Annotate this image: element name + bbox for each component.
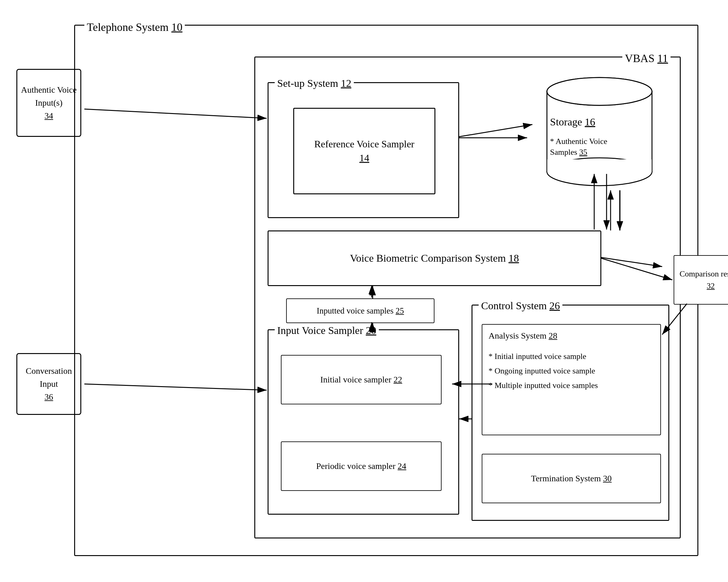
ref-voice-sampler-text: Reference Voice Sampler: [314, 138, 414, 150]
control-system-label: Control System 26: [479, 300, 563, 312]
authentic-voice-input-label: Authentic Voice Input(s) 34: [17, 83, 80, 122]
initial-sampler-box: Initial voice sampler 22: [281, 355, 442, 404]
setup-system-label: Set-up System 12: [275, 78, 354, 89]
vbas-number: 11: [657, 52, 668, 64]
diagram-container: Telephone System 10 VBAS 11 Storage 16: [12, 12, 716, 570]
ref-voice-sampler-label: Reference Voice Sampler 14: [314, 137, 414, 165]
initial-sampler-text: Initial voice sampler: [320, 375, 391, 384]
inputted-voice-samples-text: Inputted voice samples: [317, 306, 394, 315]
authentic-voice-input-box: Authentic Voice Input(s) 34: [17, 69, 81, 137]
vbcs-number: 18: [509, 253, 519, 264]
analysis-system-title: Analysis System 28: [489, 331, 557, 341]
termination-system-text: Termination System: [531, 474, 601, 483]
termination-system-number: 30: [603, 474, 612, 483]
svg-text:* Authentic Voice: * Authentic Voice: [550, 137, 607, 146]
svg-text:Samples 35: Samples 35: [550, 148, 588, 157]
telephone-system-number: 10: [171, 21, 182, 33]
conversation-input-text: Conversation Input: [26, 366, 72, 389]
termination-system-box: Termination System 30: [482, 454, 661, 503]
initial-sampler-number: 22: [394, 375, 402, 384]
svg-text:Storage 16: Storage 16: [550, 116, 595, 128]
initial-sampler-label: Initial voice sampler 22: [320, 375, 402, 385]
analysis-system-content: * Initial inputted voice sample * Ongoin…: [489, 349, 598, 393]
svg-rect-3: [547, 159, 652, 173]
input-voice-sampler-box: Input Voice Sampler 20 Initial voice sam…: [267, 329, 459, 515]
setup-system-text: Set-up System: [277, 78, 338, 89]
vbas-system-box: VBAS 11 Storage 16 * Authentic Voice Sam…: [254, 56, 681, 538]
vbas-text: VBAS: [625, 52, 654, 64]
input-voice-sampler-number: 20: [366, 325, 376, 336]
ref-voice-sampler-box: Reference Voice Sampler 14: [293, 108, 435, 194]
setup-system-number: 12: [341, 78, 351, 89]
conversation-input-box: Conversation Input 36: [17, 353, 81, 415]
authentic-voice-input-number: 34: [45, 111, 53, 121]
svg-line-21: [84, 109, 267, 118]
analysis-item-2: * Ongoing inputted voice sample: [489, 364, 598, 378]
comparison-results-box: Comparison results 32: [674, 255, 728, 305]
analysis-system-text: Analysis System: [489, 331, 546, 340]
analysis-item-1: * Initial inputted voice sample: [489, 349, 598, 364]
comparison-results-number: 32: [707, 282, 715, 290]
comparison-results-label: Comparison results 32: [679, 268, 728, 292]
ref-voice-sampler-number: 14: [359, 152, 369, 163]
termination-system-label: Termination System 30: [531, 474, 612, 483]
vbas-label: VBAS 11: [622, 52, 671, 65]
telephone-system-text: Telephone System: [87, 21, 168, 33]
control-system-box: Control System 26 Analysis System 28 * I…: [471, 305, 669, 521]
inputted-voice-samples-number: 25: [395, 306, 404, 315]
setup-system-box: Set-up System 12 Reference Voice Sampler…: [267, 82, 459, 218]
svg-line-22: [84, 384, 267, 390]
telephone-system-label: Telephone System 10: [84, 21, 185, 34]
authentic-voice-input-text: Authentic Voice Input(s): [21, 85, 77, 107]
control-system-number: 26: [549, 300, 560, 311]
periodic-sampler-label: Periodic voice sampler 24: [316, 461, 406, 471]
inputted-voice-samples-label: Inputted voice samples 25: [317, 306, 404, 316]
analysis-system-box: Analysis System 28 * Initial inputted vo…: [482, 324, 661, 435]
analysis-system-number: 28: [548, 331, 557, 340]
conversation-input-number: 36: [45, 392, 53, 402]
vbcs-text: Voice Biometric Comparison System: [350, 253, 506, 264]
conversation-input-label: Conversation Input 36: [17, 365, 80, 403]
comparison-results-text: Comparison results: [679, 269, 728, 278]
periodic-sampler-box: Periodic voice sampler 24: [281, 442, 442, 491]
vbcs-label: Voice Biometric Comparison System 18: [350, 253, 519, 264]
periodic-sampler-text: Periodic voice sampler: [316, 461, 395, 471]
telephone-system-box: Telephone System 10 VBAS 11 Storage 16: [74, 25, 698, 556]
input-voice-sampler-label: Input Voice Sampler 20: [275, 325, 379, 337]
input-voice-sampler-text: Input Voice Sampler: [277, 325, 363, 336]
inputted-voice-samples-box: Inputted voice samples 25: [286, 298, 435, 323]
periodic-sampler-number: 24: [398, 461, 406, 471]
vbcs-box: Voice Biometric Comparison System 18: [267, 231, 601, 286]
analysis-item-3: * Multiple inputted voice samples: [489, 378, 598, 393]
svg-point-4: [547, 78, 652, 105]
storage-cylinder: Storage 16 * Authentic Voice Samples 35: [544, 73, 668, 190]
control-system-text: Control System: [481, 300, 547, 311]
svg-line-13: [601, 258, 672, 280]
